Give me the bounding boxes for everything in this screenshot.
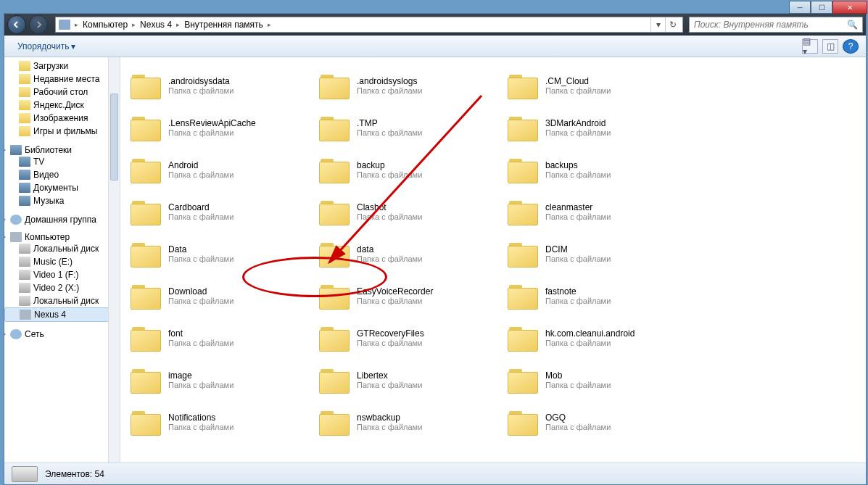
search-icon: 🔍 bbox=[847, 20, 858, 30]
folder-item[interactable]: .androidsyslogsПапка с файлами bbox=[316, 65, 497, 107]
breadcrumb-device[interactable]: Nexus 4 bbox=[137, 20, 175, 30]
folder-subtitle: Папка с файлами bbox=[545, 339, 635, 347]
folder-item[interactable]: DownloadПапка с файлами bbox=[128, 275, 309, 317]
preview-pane-button[interactable]: ◫ bbox=[822, 39, 838, 54]
folder-name: fastnote bbox=[545, 286, 611, 297]
folder-item[interactable]: cleanmasterПапка с файлами bbox=[505, 191, 686, 233]
address-bar[interactable]: ▸ Компьютер ▸ Nexus 4 ▸ Внутренняя памят… bbox=[55, 17, 683, 33]
back-button[interactable] bbox=[7, 15, 26, 34]
folder-item[interactable]: DCIMПапка с файлами bbox=[505, 233, 686, 275]
sidebar-item-music[interactable]: Музыка bbox=[4, 194, 120, 207]
folder-item[interactable]: MobПапка с файлами bbox=[505, 359, 686, 401]
view-options-button[interactable]: ▤ ▾ bbox=[802, 39, 818, 54]
folder-icon bbox=[19, 61, 30, 71]
folder-item[interactable]: 3DMarkAndroidПапка с файлами bbox=[505, 107, 686, 149]
folder-subtitle: Папка с файлами bbox=[357, 423, 422, 431]
folder-item[interactable]: .CM_CloudПапка с файлами bbox=[505, 65, 686, 107]
sidebar-item-documents[interactable]: Документы bbox=[4, 181, 120, 194]
folder-item[interactable]: fastnoteПапка с файлами bbox=[505, 275, 686, 317]
folder-item[interactable]: nswbackupПапка с файлами bbox=[316, 401, 497, 443]
folder-icon bbox=[131, 408, 161, 436]
folder-item[interactable]: .LensReviewApiCacheПапка с файлами bbox=[128, 107, 309, 149]
folder-item[interactable]: dataПапка с файлами bbox=[316, 233, 497, 275]
folder-icon bbox=[131, 156, 161, 183]
chevron-right-icon[interactable]: ▸ bbox=[131, 21, 137, 28]
history-dropdown-button[interactable]: ▾ bbox=[650, 17, 665, 32]
sidebar-item-video[interactable]: Видео bbox=[4, 168, 120, 181]
sidebar-item-drive-x[interactable]: Video 2 (X:) bbox=[4, 281, 120, 294]
sidebar-item-yandex[interactable]: Яндекс.Диск bbox=[4, 99, 120, 112]
folder-item[interactable]: AndroidПапка с файлами bbox=[128, 149, 309, 191]
sidebar-item-games[interactable]: Игры и фильмы bbox=[4, 125, 120, 138]
expand-icon bbox=[4, 235, 6, 239]
sidebar-item-drive-e[interactable]: Music (E:) bbox=[4, 255, 120, 268]
refresh-button[interactable]: ↻ bbox=[665, 17, 679, 32]
folder-item[interactable]: DataПапка с файлами bbox=[128, 233, 309, 275]
folder-item[interactable]: CardboardПапка с файлами bbox=[128, 191, 309, 233]
sidebar-item-drive-f[interactable]: Video 1 (F:) bbox=[4, 268, 120, 281]
search-box[interactable]: 🔍 bbox=[689, 17, 863, 33]
sidebar-item-pictures[interactable]: Изображения bbox=[4, 112, 120, 125]
folder-grid: .androidsysdataПапка с файлами.androidsy… bbox=[128, 65, 866, 443]
chevron-right-icon[interactable]: ▸ bbox=[266, 21, 273, 28]
folder-icon bbox=[508, 366, 538, 394]
folder-item[interactable]: GTRecoveryFilesПапка с файлами bbox=[316, 317, 497, 359]
folder-name: EasyVoiceRecorder bbox=[357, 286, 433, 297]
sidebar-group-network[interactable]: Сеть bbox=[4, 329, 120, 339]
organize-button[interactable]: Упорядочить ▾ bbox=[12, 38, 81, 54]
folder-icon bbox=[131, 366, 161, 394]
navigation-pane: Загрузки Недавние места Рабочий стол Янд… bbox=[4, 57, 120, 463]
folder-subtitle: Папка с файлами bbox=[357, 339, 424, 347]
folder-item[interactable]: EasyVoiceRecorderПапка с файлами bbox=[316, 275, 497, 317]
content-pane: .androidsysdataПапка с файлами.androidsy… bbox=[120, 57, 866, 463]
help-button[interactable]: ? bbox=[843, 39, 859, 54]
folder-item[interactable]: backupПапка с файлами bbox=[316, 149, 497, 191]
sidebar-item-drive-c[interactable]: Локальный диск bbox=[4, 242, 120, 255]
folder-item[interactable]: backupsПапка с файлами bbox=[505, 149, 686, 191]
maximize-button[interactable]: ☐ bbox=[811, 1, 832, 14]
drive-icon bbox=[19, 296, 30, 306]
folder-icon bbox=[319, 408, 350, 436]
breadcrumb-computer[interactable]: Компьютер bbox=[80, 20, 131, 30]
sidebar-scrollbar[interactable] bbox=[108, 57, 120, 463]
folder-icon bbox=[508, 324, 538, 352]
sidebar-item-recent[interactable]: Недавние места bbox=[4, 72, 120, 86]
sidebar-item-drive-local[interactable]: Локальный диск bbox=[4, 294, 120, 307]
drive-icon bbox=[19, 283, 30, 293]
close-button[interactable]: ✕ bbox=[832, 1, 867, 14]
folder-item[interactable]: LibertexПапка с файлами bbox=[316, 359, 497, 401]
search-input[interactable] bbox=[694, 20, 847, 30]
sidebar-group-libraries[interactable]: Библиотеки bbox=[4, 145, 120, 155]
sidebar-item-tv[interactable]: TV bbox=[4, 155, 120, 168]
folder-icon bbox=[131, 324, 161, 352]
minimize-button[interactable]: ─ bbox=[789, 1, 811, 14]
folder-subtitle: Папка с файлами bbox=[545, 297, 611, 305]
scrollbar-thumb[interactable] bbox=[110, 94, 118, 181]
folder-item[interactable]: .TMPПапка с файлами bbox=[316, 107, 497, 149]
folder-name: .androidsyslogs bbox=[357, 76, 422, 86]
sidebar-item-downloads[interactable]: Загрузки bbox=[4, 59, 120, 72]
folder-subtitle: Папка с файлами bbox=[357, 86, 422, 95]
expand-icon bbox=[4, 217, 6, 222]
folder-item[interactable]: imageПапка с файлами bbox=[128, 359, 309, 401]
forward-button[interactable] bbox=[29, 15, 48, 34]
library-icon bbox=[19, 157, 30, 167]
folder-item[interactable]: OGQПапка с файлами bbox=[505, 401, 686, 443]
folder-item[interactable]: .androidsysdataПапка с файлами bbox=[128, 65, 309, 107]
folder-icon bbox=[319, 198, 350, 225]
folder-item[interactable]: fontПапка с файлами bbox=[128, 317, 309, 359]
drive-icon bbox=[19, 270, 30, 280]
chevron-right-icon[interactable]: ▸ bbox=[175, 21, 181, 28]
sidebar-group-homegroup[interactable]: Домашняя группа bbox=[4, 215, 120, 225]
folder-subtitle: Папка с файлами bbox=[168, 339, 233, 347]
folder-item[interactable]: hk.com.cleanui.androidПапка с файлами bbox=[505, 317, 686, 359]
sidebar-item-nexus4[interactable]: Nexus 4 bbox=[4, 307, 120, 322]
sidebar-item-desktop[interactable]: Рабочий стол bbox=[4, 86, 120, 99]
folder-item[interactable]: NotificationsПапка с файлами bbox=[128, 401, 309, 443]
breadcrumb-storage[interactable]: Внутренняя память bbox=[181, 20, 266, 30]
folder-icon bbox=[319, 156, 350, 183]
chevron-right-icon[interactable]: ▸ bbox=[73, 21, 80, 28]
sidebar-group-computer[interactable]: Компьютер bbox=[4, 232, 120, 242]
folder-item[interactable]: ClashotПапка с файлами bbox=[316, 191, 497, 233]
folder-subtitle: Папка с файлами bbox=[545, 212, 611, 221]
